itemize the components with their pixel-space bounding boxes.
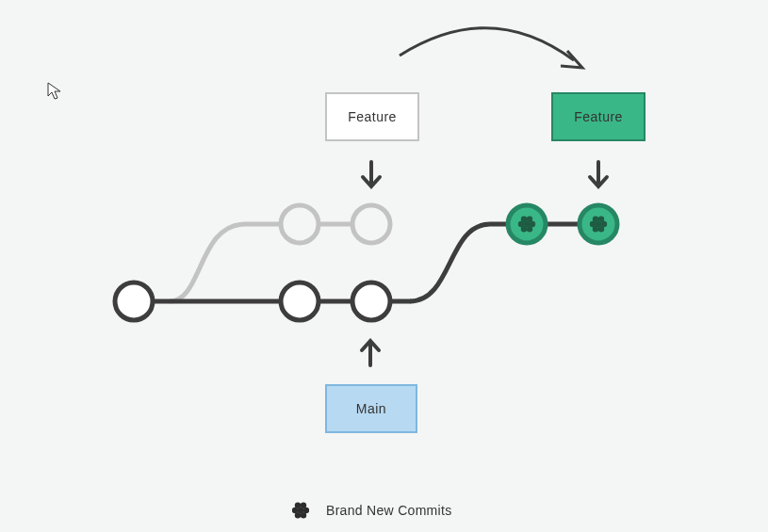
- svg-point-13: [593, 226, 598, 232]
- feature-old-label: Feature: [348, 109, 397, 124]
- old-feature-commit-2: [352, 205, 390, 243]
- svg-point-24: [301, 503, 306, 508]
- feature-new-label-box: Feature: [551, 92, 645, 141]
- new-branch-line: [410, 224, 598, 301]
- old-branch-line: [170, 224, 371, 301]
- svg-point-5: [521, 226, 527, 232]
- svg-point-7: [521, 217, 527, 222]
- svg-point-4: [527, 226, 532, 232]
- feature-old-label-box: Feature: [325, 92, 419, 141]
- legend: Brand New Commits: [292, 502, 451, 519]
- svg-point-6: [527, 217, 532, 222]
- arrow-main-up: [362, 341, 379, 365]
- arrow-feature-old-down: [363, 162, 380, 186]
- new-commit-icon: [292, 502, 309, 519]
- svg-point-23: [295, 512, 301, 518]
- rebase-diagram: [0, 0, 768, 532]
- legend-text: Brand New Commits: [326, 503, 451, 518]
- feature-new-label: Feature: [574, 109, 623, 124]
- svg-point-22: [301, 512, 306, 518]
- rebase-move-arrow: [400, 28, 574, 60]
- main-commit-1: [115, 282, 153, 320]
- svg-point-25: [295, 503, 301, 508]
- old-feature-commit-1: [281, 205, 319, 243]
- svg-point-15: [593, 217, 598, 222]
- main-commit-2: [281, 282, 319, 320]
- arrow-feature-new-down: [590, 162, 607, 186]
- new-feature-commit-1: [508, 205, 546, 243]
- svg-point-14: [598, 217, 604, 222]
- svg-point-12: [598, 226, 604, 232]
- main-label: Main: [356, 401, 386, 416]
- main-label-box: Main: [325, 384, 417, 433]
- new-feature-commit-2: [580, 205, 617, 243]
- main-commit-3: [352, 282, 390, 320]
